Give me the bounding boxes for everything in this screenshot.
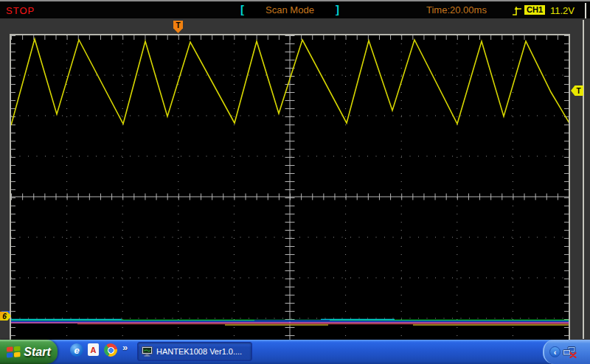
start-label: Start (24, 346, 50, 359)
monitor-icon (142, 346, 153, 357)
acquisition-status: STOP (6, 5, 35, 16)
timebase-indicator: Time:20.00ms (426, 4, 487, 15)
bracket-left: [ (240, 2, 244, 17)
scan-mode-label: Scan Mode (266, 4, 314, 15)
scope-grid-and-traces (11, 35, 569, 340)
acrobat-reader-icon[interactable]: A (88, 343, 99, 356)
statusbar-right-edge (585, 3, 586, 18)
trigger-edge-icon (512, 5, 523, 17)
task-button-label: HANTEK1008 Ver1.0.... (156, 347, 242, 356)
network-disconnected-icon[interactable] (563, 346, 577, 358)
chrome-icon[interactable] (104, 343, 117, 357)
taskbar: Start e A » HANTEK1008 Ver1.0.... ‹ (0, 340, 590, 364)
right-edge-line (583, 20, 584, 339)
scan-mode-indicator: [ Scan Mode ] (240, 1, 339, 18)
quick-launch-overflow-button[interactable]: » (122, 342, 128, 353)
internet-explorer-icon[interactable]: e (70, 343, 83, 357)
trigger-level-marker[interactable]: T (571, 85, 583, 96)
bracket-right: ] (336, 2, 339, 17)
trigger-level-value: 11.2V (550, 5, 575, 16)
windows-logo-icon (7, 346, 21, 358)
chrome-icon-center (108, 347, 114, 354)
scope-display (10, 34, 570, 340)
hantek-task-button[interactable]: HANTEK1008 Ver1.0.... (137, 342, 252, 361)
trigger-source-badge[interactable]: CH1 (524, 5, 545, 15)
trigger-position-marker[interactable]: T (173, 21, 183, 33)
system-tray: ‹ (543, 340, 590, 364)
hantek-scope-app: STOP [ Scan Mode ] Time:20.00ms CH1 11.2… (0, 0, 590, 364)
start-button[interactable]: Start (0, 340, 58, 364)
status-bar: STOP [ Scan Mode ] Time:20.00ms CH1 11.2… (0, 1, 590, 18)
hide-tray-icons-button[interactable]: ‹ (549, 346, 560, 357)
